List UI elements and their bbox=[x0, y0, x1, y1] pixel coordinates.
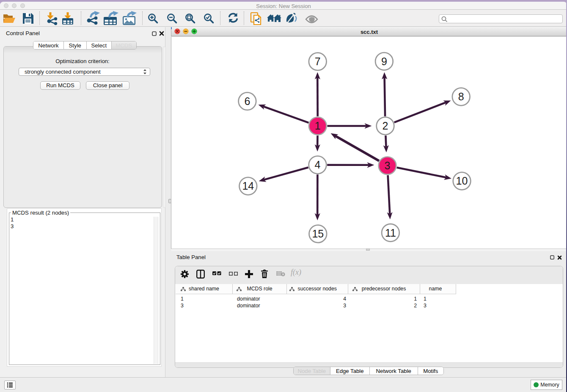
svg-text:8: 8 bbox=[458, 91, 464, 102]
svg-text:3: 3 bbox=[385, 160, 391, 171]
svg-text:1: 1 bbox=[315, 120, 321, 132]
svg-text:2: 2 bbox=[383, 120, 388, 132]
svg-text:6: 6 bbox=[244, 95, 250, 107]
svg-text:7: 7 bbox=[315, 55, 321, 67]
svg-text:15: 15 bbox=[312, 228, 324, 240]
svg-text:4: 4 bbox=[315, 159, 321, 171]
svg-text:9: 9 bbox=[381, 55, 387, 67]
svg-text:11: 11 bbox=[385, 227, 396, 239]
svg-text:14: 14 bbox=[242, 180, 254, 192]
svg-text:10: 10 bbox=[456, 175, 468, 187]
